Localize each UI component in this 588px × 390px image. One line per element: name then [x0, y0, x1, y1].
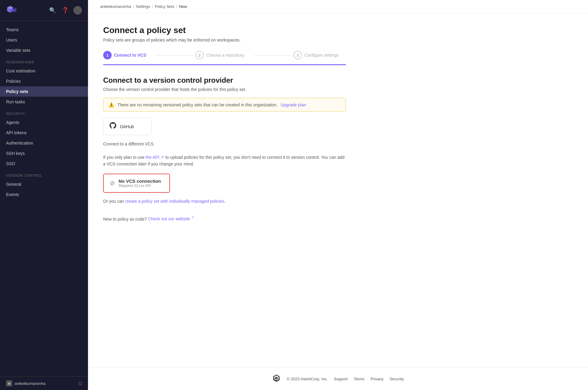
org-name: aniketkumarsinha: [15, 381, 46, 386]
terraform-logo: [6, 5, 17, 16]
org-icon: ⊞: [6, 380, 12, 386]
page-title: Connect a policy set: [103, 25, 346, 35]
step-divider-2: [254, 55, 291, 55]
section-label-integrations: Integrations: [0, 55, 88, 66]
upgrade-plan-link[interactable]: Upgrade plan: [281, 102, 306, 107]
sidebar-item-teams[interactable]: Teams: [0, 25, 88, 35]
sidebar-item-run-tasks[interactable]: Run tasks: [0, 97, 88, 107]
sidebar-item-events[interactable]: Events: [0, 189, 88, 200]
step-1-label: Connect to VCS: [114, 53, 146, 58]
api-info-before: If you only plan to use: [103, 155, 144, 160]
step-1-number: 1: [103, 51, 112, 59]
breadcrumb: aniketkumarsinha / Settings / Policy Set…: [88, 0, 588, 13]
sidebar-footer: ⊞ aniketkumarsinha ⬡: [0, 376, 88, 390]
breadcrumb-sep-3: /: [176, 4, 177, 9]
search-button[interactable]: 🔍: [48, 6, 57, 15]
warning-icon: ⚠️: [108, 102, 114, 108]
section-subtitle: Choose the version control provider that…: [103, 87, 346, 92]
step-3: 3 Configure settings: [293, 51, 346, 59]
hashicorp-logo: [272, 374, 281, 384]
or-text: Or you can create a policy set with indi…: [103, 199, 346, 204]
sidebar-item-policy-sets[interactable]: Policy sets: [0, 86, 88, 97]
step-2-number: 2: [195, 51, 204, 59]
page-content: Connect a policy set Policy sets are gro…: [88, 13, 361, 233]
sidebar-item-authentication[interactable]: Authentication: [0, 138, 88, 148]
warning-text: There are no remaining versioned policy …: [117, 102, 278, 107]
checkout-website-link[interactable]: Check out our website ↗: [148, 216, 194, 221]
breadcrumb-policy-sets[interactable]: Policy Sets: [155, 4, 174, 9]
breadcrumb-new: New: [179, 4, 187, 9]
step-2-label: Choose a repository: [206, 53, 244, 58]
github-label: GitHub: [120, 124, 134, 129]
step-2: 2 Choose a repository: [195, 51, 252, 59]
breadcrumb-sep-1: /: [133, 4, 134, 9]
page-subtitle: Policy sets are groups of policies which…: [103, 38, 346, 42]
no-vcs-title: No VCS connection: [119, 178, 161, 184]
github-icon: [110, 122, 116, 131]
sidebar-item-policies[interactable]: Policies: [0, 76, 88, 86]
new-to-policy: New to policy as code? Check out our web…: [103, 216, 346, 222]
no-vcs-subtitle: Requires CLI or API: [119, 184, 161, 188]
individually-managed-link[interactable]: create a policy set with individually ma…: [125, 199, 224, 204]
sidebar-header: 🔍 ❓: [0, 0, 88, 21]
api-info-text: If you only plan to use the API ↗ to upl…: [103, 154, 346, 168]
sidebar-item-variable-sets[interactable]: Variable sets: [0, 45, 88, 55]
breadcrumb-org[interactable]: aniketkumarsinha: [100, 4, 131, 9]
api-link[interactable]: the API ↗: [146, 155, 164, 160]
org-selector[interactable]: ⊞ aniketkumarsinha: [6, 380, 46, 386]
footer-copyright: © 2023 HashiCorp, Inc.: [287, 377, 328, 381]
new-to-policy-before: New to policy as code?: [103, 216, 147, 221]
sidebar-item-api-tokens[interactable]: API tokens: [0, 128, 88, 138]
svg-marker-2: [275, 377, 276, 380]
sidebar-action-icons: 🔍 ❓: [48, 6, 82, 15]
footer-privacy-link[interactable]: Privacy: [370, 377, 384, 381]
step-3-number: 3: [293, 51, 302, 59]
avatar[interactable]: [73, 6, 82, 15]
step-1: 1 Connect to VCS: [103, 51, 154, 59]
stepper: 1 Connect to VCS 2 Choose a repository 3…: [103, 51, 346, 65]
vcs-options: GitHub: [103, 118, 346, 135]
sidebar-item-general[interactable]: General: [0, 179, 88, 189]
help-button[interactable]: ❓: [61, 6, 70, 15]
svg-marker-1: [276, 377, 278, 380]
footer-security-link[interactable]: Security: [390, 377, 404, 381]
main-content: aniketkumarsinha / Settings / Policy Set…: [88, 0, 588, 390]
github-connect-button[interactable]: GitHub: [103, 118, 152, 135]
step-divider-1: [156, 55, 193, 55]
footer-support-link[interactable]: Support: [334, 377, 348, 381]
sidebar-item-agents[interactable]: Agents: [0, 117, 88, 128]
no-vcs-text: No VCS connection Requires CLI or API: [119, 178, 161, 188]
warning-banner: ⚠️ There are no remaining versioned poli…: [103, 98, 346, 112]
breadcrumb-settings[interactable]: Settings: [136, 4, 150, 9]
main-footer: © 2023 HashiCorp, Inc. Support Terms Pri…: [88, 368, 588, 390]
sidebar-nav: Teams Users Variable sets Integrations C…: [0, 21, 88, 376]
org-expand-icon[interactable]: ⬡: [79, 381, 82, 386]
section-title: Connect to a version control provider: [103, 76, 346, 85]
footer-terms-link[interactable]: Terms: [354, 377, 364, 381]
breadcrumb-sep-2: /: [152, 4, 153, 9]
sidebar-item-cost-estimation[interactable]: Cost estimation: [0, 66, 88, 76]
sidebar: 🔍 ❓ Teams Users Variable sets Integratio…: [0, 0, 88, 390]
or-before: Or you can: [103, 199, 124, 204]
section-label-version-control: Version Control: [0, 169, 88, 179]
or-after: .: [224, 199, 225, 204]
no-vcs-connection-box[interactable]: ⊘ No VCS connection Requires CLI or API: [103, 174, 170, 193]
no-vcs-icon: ⊘: [110, 179, 115, 187]
sidebar-item-ssh-keys[interactable]: SSH keys: [0, 148, 88, 158]
sidebar-item-sso[interactable]: SSO: [0, 158, 88, 169]
section-label-security: Security: [0, 107, 88, 117]
step-3-label: Configure settings: [304, 53, 339, 58]
different-vcs-link[interactable]: Connect to a different VCS: [103, 142, 154, 146]
sidebar-item-users[interactable]: Users: [0, 35, 88, 45]
